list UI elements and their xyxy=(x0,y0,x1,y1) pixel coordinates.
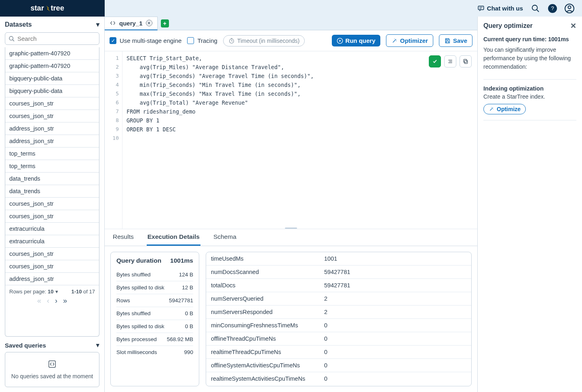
dataset-item[interactable]: data_trends xyxy=(5,172,99,185)
sidebar: Datasets ▾ graphic-pattern-407920graphic… xyxy=(0,17,105,392)
results-tabs: Results Execution Details Schema xyxy=(105,229,477,246)
search-icon xyxy=(8,36,15,42)
dataset-item[interactable]: extracurricula xyxy=(5,222,99,235)
multi-stage-label: Use multi-stage engine xyxy=(120,37,181,44)
stats-row: numDocsScanned59427781 xyxy=(206,266,471,279)
duration-row: Rows59427781 xyxy=(116,294,193,307)
saved-queries-header[interactable]: Saved queries ▾ xyxy=(0,337,104,352)
dataset-item[interactable]: address_json_str xyxy=(5,272,99,285)
run-label: Run query xyxy=(346,37,375,44)
tracing-label: Tracing xyxy=(197,37,217,44)
tracing-checkbox[interactable]: Tracing xyxy=(187,37,217,44)
duration-row: Bytes shuffled0 B xyxy=(116,307,193,320)
search-input[interactable] xyxy=(17,35,96,42)
code-area[interactable]: SELECT Trip_Start_Date, avg(Trip_Miles) … xyxy=(122,51,477,229)
stats-row: offlineSystemActivitiesCpuTimeNs0 xyxy=(206,359,471,372)
dataset-search[interactable] xyxy=(5,32,99,45)
dataset-item[interactable]: courses_json_str xyxy=(5,260,99,272)
copy-button[interactable] xyxy=(460,55,472,67)
runtime-label: Current query run time: 1001ms xyxy=(483,36,576,42)
checkbox-icon xyxy=(187,37,194,44)
dataset-item[interactable]: courses_json_str xyxy=(5,97,99,110)
svg-point-32 xyxy=(493,109,493,109)
close-icon[interactable]: ✕ xyxy=(146,20,152,26)
dataset-item[interactable]: courses_json_str xyxy=(5,110,99,122)
close-icon[interactable]: ✕ xyxy=(570,21,576,30)
optimizer-button[interactable]: Optimizer xyxy=(386,34,433,47)
run-query-button[interactable]: Run query xyxy=(332,35,380,46)
svg-point-22 xyxy=(394,38,394,39)
page-next-icon[interactable]: › xyxy=(55,297,57,304)
sql-editor[interactable]: 12345678910 SELECT Trip_Start_Date, avg(… xyxy=(105,51,477,229)
stats-card: timeUsedMs1001numDocsScanned59427781tota… xyxy=(206,252,472,386)
tab-query-1[interactable]: query_1 ✕ xyxy=(105,17,158,30)
multi-stage-checkbox[interactable]: Use multi-stage engine xyxy=(110,37,181,44)
svg-rect-23 xyxy=(446,38,448,40)
tab-label: query_1 xyxy=(119,20,143,27)
timeout-input[interactable]: Timeout (in milliseconds) xyxy=(223,35,305,46)
editor-tabs: query_1 ✕ + xyxy=(105,17,477,30)
datasets-header[interactable]: Datasets ▾ xyxy=(0,17,104,32)
code-icon xyxy=(110,20,116,26)
logo[interactable]: star tree xyxy=(0,0,105,17)
caret-down-icon[interactable]: ▾ xyxy=(96,341,99,349)
caret-down-icon[interactable]: ▾ xyxy=(96,21,99,28)
tab-schema[interactable]: Schema xyxy=(213,229,237,246)
stats-row: minConsumingFreshnessTimeMs0 xyxy=(206,319,471,332)
duration-row: Bytes spilled to disk0 B xyxy=(116,320,193,333)
tab-execution-details[interactable]: Execution Details xyxy=(147,229,200,246)
optimize-button[interactable]: Optimize xyxy=(483,104,526,114)
tab-results[interactable]: Results xyxy=(112,229,135,246)
svg-line-19 xyxy=(393,40,396,42)
dataset-item[interactable]: courses_json_str xyxy=(5,247,99,260)
format-button[interactable] xyxy=(444,55,456,67)
duration-row: Bytes processed568.92 MB xyxy=(116,333,193,346)
page-last-icon[interactable]: » xyxy=(63,297,67,304)
dataset-item[interactable]: top_terms xyxy=(5,147,99,160)
page-first-icon[interactable]: « xyxy=(37,297,41,304)
svg-point-31 xyxy=(492,107,493,108)
code-icon xyxy=(48,360,57,369)
search-icon[interactable] xyxy=(531,4,540,13)
help-icon[interactable]: ? xyxy=(548,4,557,13)
dataset-item[interactable]: address_json_str xyxy=(5,135,99,147)
line-gutter: 12345678910 xyxy=(105,51,122,229)
dataset-item[interactable]: graphic-pattern-407920 xyxy=(5,47,99,59)
dataset-list[interactable]: graphic-pattern-407920graphic-pattern-40… xyxy=(5,47,99,337)
optimizer-panel: Query optimizer ✕ Current query run time… xyxy=(478,17,582,392)
dataset-item[interactable]: top_terms xyxy=(5,160,99,172)
optimizer-title: Query optimizer xyxy=(483,22,533,30)
dataset-item[interactable]: address_json_str xyxy=(5,122,99,135)
dataset-item[interactable]: bigquery-public-data xyxy=(5,84,99,97)
duration-row: Slot milliseconds990 xyxy=(116,346,193,358)
svg-point-10 xyxy=(9,36,13,40)
stats-row: realtimeSystemActivitiesCpuTimeNs0 xyxy=(206,372,471,385)
topbar: star tree Chat with us ? xyxy=(0,0,582,17)
query-duration-card: Query duration 1001ms Bytes shuffled124 … xyxy=(110,252,199,386)
status-ok-icon xyxy=(429,55,441,67)
dataset-item[interactable]: graphic-pattern-407920 xyxy=(5,59,99,72)
svg-text:tree: tree xyxy=(51,4,64,12)
dataset-item[interactable]: bigquery-public-data xyxy=(5,72,99,84)
stats-row: totalDocs59427781 xyxy=(206,279,471,292)
add-tab-button[interactable]: + xyxy=(161,19,169,27)
svg-line-11 xyxy=(13,40,14,41)
indexing-title: Indexing optimization xyxy=(483,85,576,92)
account-icon[interactable] xyxy=(565,4,574,13)
optimize-label: Optimize xyxy=(497,106,521,112)
toolbar: Use multi-stage engine Tracing Timeout (… xyxy=(105,30,477,51)
results-body: Query duration 1001ms Bytes shuffled124 … xyxy=(105,246,477,392)
dataset-item[interactable]: extracurricula xyxy=(5,235,99,247)
stats-row: numServersResponded2 xyxy=(206,306,471,319)
dataset-item[interactable]: courses_json_str xyxy=(5,197,99,210)
page-prev-icon[interactable]: ‹ xyxy=(47,297,49,304)
content: query_1 ✕ + Use multi-stage engine Traci… xyxy=(105,17,478,392)
svg-text:star: star xyxy=(30,4,44,12)
optimizer-label: Optimizer xyxy=(400,37,428,44)
chat-with-us-link[interactable]: Chat with us xyxy=(477,5,523,12)
dataset-item[interactable]: data_trends xyxy=(5,185,99,197)
save-icon xyxy=(444,38,451,44)
save-button[interactable]: Save xyxy=(439,34,472,47)
dataset-item[interactable]: courses_json_str xyxy=(5,210,99,222)
svg-rect-24 xyxy=(446,41,448,43)
